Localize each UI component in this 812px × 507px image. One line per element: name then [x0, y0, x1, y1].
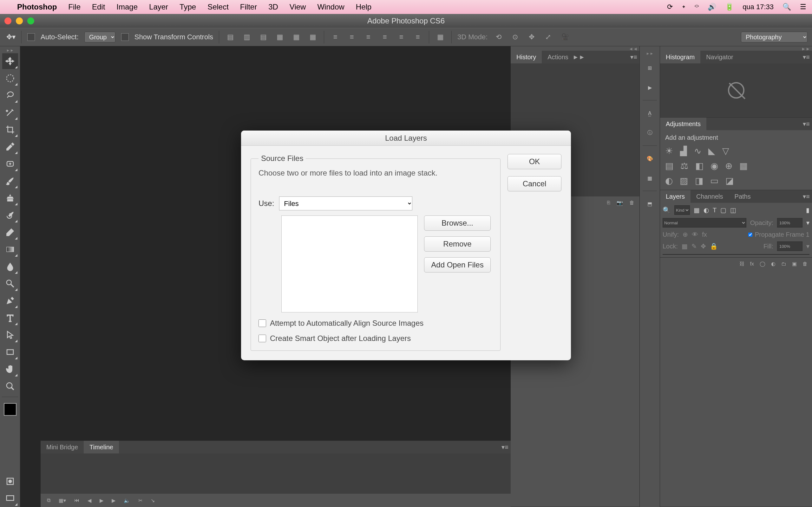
timeline-next-frame-icon[interactable]: ▶ — [112, 498, 115, 504]
new-fill-adjustment-icon[interactable]: ◐ — [771, 261, 775, 267]
panel-collapse-icon[interactable]: ►► — [574, 51, 583, 63]
tab-layers[interactable]: Layers — [660, 190, 691, 203]
tab-mini-bridge[interactable]: Mini Bridge — [41, 441, 84, 453]
new-snapshot-icon[interactable]: 📷 — [617, 200, 623, 206]
lock-position-icon[interactable]: ✥ — [701, 242, 706, 250]
color-balance-icon[interactable]: ⚖ — [680, 161, 688, 171]
rectangle-tool[interactable] — [2, 344, 18, 360]
smart-object-row[interactable]: Create Smart Object after Loading Layers — [258, 334, 493, 343]
wifi-icon[interactable]: ⌔ — [695, 3, 699, 11]
zoom-window-button[interactable] — [27, 17, 34, 24]
layers-list[interactable] — [663, 254, 809, 255]
path-selection-tool[interactable] — [2, 327, 18, 343]
play-icon[interactable]: ▶ — [643, 80, 657, 95]
curves-icon[interactable]: ∿ — [694, 146, 701, 156]
volume-icon[interactable]: 🔊 — [708, 3, 716, 11]
show-transform-checkbox[interactable] — [121, 33, 129, 41]
sync-icon[interactable]: ⟳ — [667, 3, 673, 11]
tab-channels[interactable]: Channels — [691, 190, 729, 203]
align-top-edges-icon[interactable]: ▦ — [274, 32, 285, 43]
color-lookup-icon[interactable]: ▦ — [740, 161, 748, 171]
use-select[interactable]: Files — [279, 196, 412, 210]
lock-transparency-icon[interactable]: ▦ — [681, 242, 688, 250]
filter-type-icon[interactable]: T — [713, 207, 716, 214]
gradient-map-icon[interactable]: ▭ — [710, 176, 718, 186]
hue-saturation-icon[interactable]: ▤ — [665, 161, 673, 171]
blend-mode-select[interactable]: Normal — [663, 218, 746, 228]
menu-edit[interactable]: Edit — [92, 3, 105, 11]
healing-brush-tool[interactable] — [2, 156, 18, 172]
lock-all-icon[interactable]: 🔒 — [710, 242, 718, 250]
tools-panel-handle[interactable]: ►► — [0, 48, 20, 53]
3d-drag-icon[interactable]: ✥ — [526, 32, 537, 43]
photo-filter-icon[interactable]: ◉ — [711, 161, 718, 171]
filter-pixel-icon[interactable]: ▦ — [694, 206, 700, 214]
lasso-tool[interactable] — [2, 88, 18, 103]
unify-position-icon[interactable]: ⊕ — [682, 231, 688, 238]
screen-mode-toggle[interactable] — [2, 491, 18, 506]
new-layer-icon[interactable]: ▣ — [792, 261, 797, 267]
panel-menu-icon[interactable]: ▾≡ — [801, 190, 812, 203]
panel-collapse-handle[interactable]: ◄◄ — [511, 46, 640, 51]
file-list[interactable] — [281, 216, 418, 313]
smart-object-checkbox[interactable] — [258, 335, 266, 342]
timeline-first-frame-icon[interactable]: ⏮ — [74, 498, 79, 503]
timeline-transition-icon[interactable]: ↘ — [151, 498, 155, 504]
levels-icon[interactable]: ▟ — [680, 146, 687, 156]
character-panel-icon[interactable]: A̲ — [643, 106, 657, 120]
minimize-window-button[interactable] — [16, 17, 23, 24]
align-right-edges-icon[interactable]: ▤ — [258, 32, 269, 43]
menu-3d[interactable]: 3D — [268, 3, 278, 11]
channel-mixer-icon[interactable]: ⊕ — [725, 161, 732, 171]
menu-filter[interactable]: Filter — [240, 3, 257, 11]
properties-panel-icon[interactable]: ⬒ — [643, 197, 657, 211]
filter-smartobject-icon[interactable]: ◫ — [730, 206, 736, 214]
auto-align-checkbox[interactable] — [258, 320, 266, 327]
3d-rotate-icon[interactable]: ⟲ — [493, 32, 504, 43]
auto-select-target-select[interactable]: Group — [84, 32, 115, 43]
panel-menu-icon[interactable]: ▾≡ — [801, 118, 812, 130]
tab-actions[interactable]: Actions — [542, 51, 574, 63]
delete-layer-icon[interactable]: 🗑 — [803, 261, 808, 267]
panel-menu-icon[interactable]: ▾≡ — [628, 51, 640, 63]
align-vertical-centers-icon[interactable]: ▦ — [291, 32, 302, 43]
menu-view[interactable]: View — [290, 3, 306, 11]
link-layers-icon[interactable]: ⛓ — [740, 261, 745, 267]
menu-layer[interactable]: Layer — [149, 3, 168, 11]
brush-presets-icon[interactable]: ⊞ — [643, 61, 657, 75]
delete-state-icon[interactable]: 🗑 — [629, 200, 635, 206]
tab-history[interactable]: History — [511, 51, 542, 63]
menu-type[interactable]: Type — [180, 3, 196, 11]
filter-adjustment-icon[interactable]: ◐ — [704, 206, 709, 214]
selective-color-icon[interactable]: ◪ — [725, 176, 734, 186]
distribute-hcenter-icon[interactable]: ≡ — [396, 32, 407, 43]
move-tool-icon[interactable]: ✥▾ — [6, 33, 15, 41]
dodge-tool[interactable] — [2, 276, 18, 291]
layer-style-icon[interactable]: fx — [750, 261, 754, 267]
history-brush-tool[interactable] — [2, 207, 18, 223]
distribute-right-icon[interactable]: ≡ — [412, 32, 423, 43]
3d-scale-icon[interactable]: 🎥 — [559, 32, 570, 43]
timeline-prev-frame-icon[interactable]: ◀ — [88, 498, 91, 504]
eraser-tool[interactable] — [2, 224, 18, 240]
battery-icon[interactable]: 🔋 — [725, 3, 734, 11]
gradient-tool[interactable] — [2, 241, 18, 257]
timeline-convert-icon[interactable]: ▦▾ — [59, 498, 66, 504]
menu-help[interactable]: Help — [356, 3, 371, 11]
tab-histogram[interactable]: Histogram — [660, 51, 700, 63]
browse-button[interactable]: Browse... — [424, 216, 491, 231]
panel-menu-icon[interactable]: ▾≡ — [801, 51, 812, 63]
crop-tool[interactable] — [2, 122, 18, 137]
tab-adjustments[interactable]: Adjustments — [660, 118, 706, 130]
layer-filter-type[interactable]: Kind — [674, 205, 690, 215]
new-group-icon[interactable]: 🗀 — [781, 261, 786, 267]
fill-scrubby-icon[interactable]: ▾ — [806, 242, 809, 250]
brightness-contrast-icon[interactable]: ☀ — [665, 146, 673, 156]
menu-extras-icon[interactable]: ☰ — [800, 3, 806, 11]
filter-toggle[interactable]: ▮ — [806, 206, 809, 214]
propagate-frame-checkbox[interactable] — [748, 233, 752, 237]
info-panel-icon[interactable]: ⓘ — [643, 126, 657, 140]
opacity-scrubby-icon[interactable]: ▾ — [806, 219, 809, 227]
clock-text[interactable]: qua 17:33 — [743, 3, 774, 11]
zoom-tool[interactable] — [2, 378, 18, 394]
